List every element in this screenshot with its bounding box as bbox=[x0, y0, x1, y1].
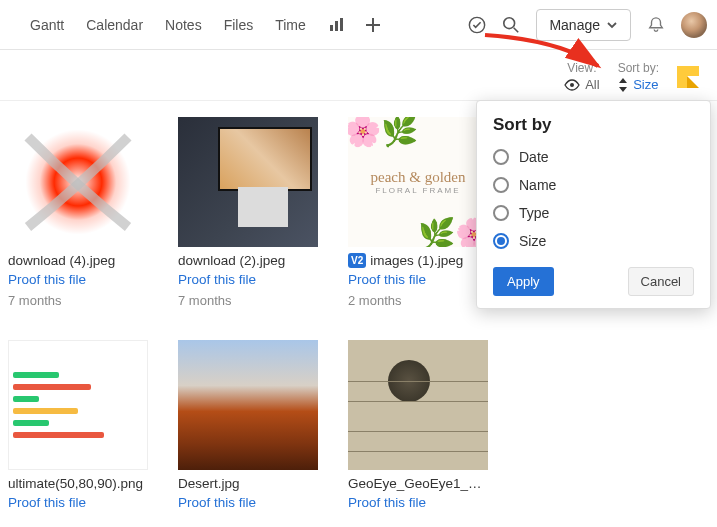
file-card[interactable]: Desert.jpg Proof this file bbox=[178, 340, 318, 510]
thumbnail bbox=[178, 117, 318, 247]
proof-link[interactable]: Proof this file bbox=[348, 495, 488, 510]
tab-files[interactable]: Files bbox=[224, 17, 254, 33]
radio-icon bbox=[493, 233, 509, 249]
proof-link[interactable]: Proof this file bbox=[348, 272, 488, 287]
tab-gantt[interactable]: Gantt bbox=[30, 17, 64, 33]
file-name: download (2).jpeg bbox=[178, 253, 285, 268]
tab-time[interactable]: Time bbox=[275, 17, 306, 33]
sort-label: Sort by: bbox=[618, 61, 659, 75]
updown-icon bbox=[618, 78, 628, 92]
file-card[interactable]: ultimate(50,80,90).png Proof this file bbox=[8, 340, 148, 510]
proof-link[interactable]: Proof this file bbox=[8, 272, 148, 287]
sort-popover: Sort by Date Name Type Size Apply Cancel bbox=[476, 100, 711, 309]
floral-subtitle: FLORAL FRAME bbox=[371, 186, 466, 195]
file-card[interactable]: download (4).jpeg Proof this file 7 mont… bbox=[8, 117, 148, 308]
chart-icon[interactable] bbox=[328, 17, 344, 33]
bell-icon[interactable] bbox=[647, 16, 665, 34]
radio-icon bbox=[493, 177, 509, 193]
tab-calendar[interactable]: Calendar bbox=[86, 17, 143, 33]
subbar: View: All Sort by: Size bbox=[0, 50, 717, 100]
topbar: Gantt Calendar Notes Files Time Manage bbox=[0, 0, 717, 50]
file-age: 7 months bbox=[178, 293, 318, 308]
sort-option-date[interactable]: Date bbox=[493, 149, 694, 165]
tab-notes[interactable]: Notes bbox=[165, 17, 202, 33]
option-label: Name bbox=[519, 177, 556, 193]
eye-icon bbox=[564, 79, 580, 91]
svg-rect-2 bbox=[340, 18, 343, 31]
manage-button[interactable]: Manage bbox=[536, 9, 631, 41]
cancel-button[interactable]: Cancel bbox=[628, 267, 694, 296]
file-card[interactable]: 🌸🌿 peach & golden FLORAL FRAME 🌿🌸 V2 ima… bbox=[348, 117, 488, 308]
plus-icon[interactable] bbox=[366, 18, 380, 32]
svg-point-6 bbox=[570, 83, 574, 87]
nav-tabs: Gantt Calendar Notes Files Time bbox=[30, 17, 380, 33]
option-label: Type bbox=[519, 205, 549, 221]
radio-icon bbox=[493, 149, 509, 165]
view-label: View: bbox=[567, 61, 596, 75]
svg-rect-0 bbox=[330, 25, 333, 31]
file-card[interactable]: download (2).jpeg Proof this file 7 mont… bbox=[178, 117, 318, 308]
svg-rect-1 bbox=[335, 21, 338, 31]
view-control[interactable]: View: All bbox=[564, 61, 599, 92]
thumbnail bbox=[348, 340, 488, 470]
file-name: images (1).jpeg bbox=[370, 253, 463, 268]
sort-option-type[interactable]: Type bbox=[493, 205, 694, 221]
chevron-down-icon bbox=[606, 19, 618, 31]
file-name: download (4).jpeg bbox=[8, 253, 115, 268]
svg-point-4 bbox=[504, 17, 515, 28]
popover-title: Sort by bbox=[493, 115, 694, 135]
sort-value: Size bbox=[633, 77, 658, 92]
file-card[interactable]: GeoEye_GeoEye1_50cm.jpg Proof this file bbox=[348, 340, 488, 510]
view-value: All bbox=[585, 77, 599, 92]
avatar[interactable] bbox=[681, 12, 707, 38]
manage-label: Manage bbox=[549, 17, 600, 33]
topbar-right: Manage bbox=[468, 9, 707, 41]
apply-button[interactable]: Apply bbox=[493, 267, 554, 296]
radio-icon bbox=[493, 205, 509, 221]
file-name: ultimate(50,80,90).png bbox=[8, 476, 143, 491]
file-name: Desert.jpg bbox=[178, 476, 240, 491]
file-age: 2 months bbox=[348, 293, 488, 308]
search-icon[interactable] bbox=[502, 16, 520, 34]
floral-title: peach & golden bbox=[371, 169, 466, 186]
thumbnail bbox=[8, 117, 148, 247]
proof-link[interactable]: Proof this file bbox=[178, 495, 318, 510]
proof-link[interactable]: Proof this file bbox=[178, 272, 318, 287]
sort-option-name[interactable]: Name bbox=[493, 177, 694, 193]
proof-link[interactable]: Proof this file bbox=[8, 495, 148, 510]
option-label: Date bbox=[519, 149, 549, 165]
thumbnail bbox=[178, 340, 318, 470]
check-circle-icon[interactable] bbox=[468, 16, 486, 34]
option-label: Size bbox=[519, 233, 546, 249]
thumbnail: 🌸🌿 peach & golden FLORAL FRAME 🌿🌸 bbox=[348, 117, 488, 247]
file-age: 7 months bbox=[8, 293, 148, 308]
sort-control[interactable]: Sort by: Size bbox=[618, 61, 659, 92]
file-name: GeoEye_GeoEye1_50cm.jpg bbox=[348, 476, 488, 491]
sort-option-size[interactable]: Size bbox=[493, 233, 694, 249]
thumbnail bbox=[8, 340, 148, 470]
svg-line-5 bbox=[514, 27, 519, 32]
sticky-note-icon[interactable] bbox=[677, 66, 699, 88]
version-badge: V2 bbox=[348, 253, 366, 268]
